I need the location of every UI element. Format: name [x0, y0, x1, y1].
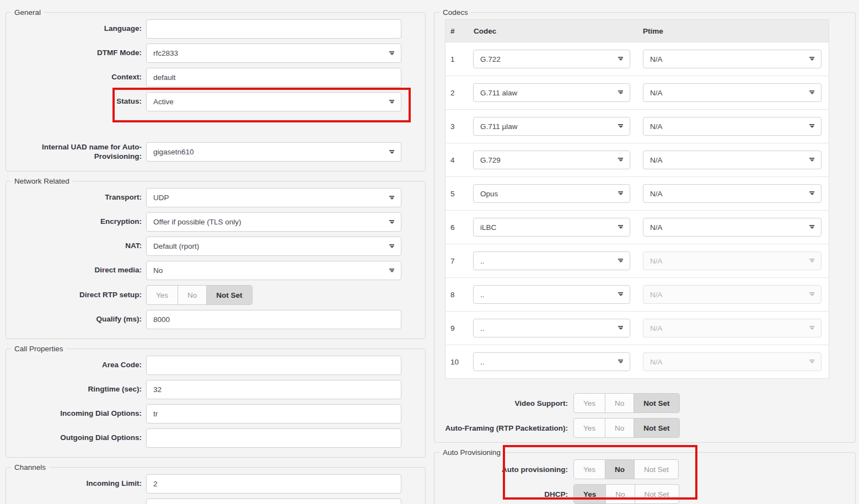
- left-column: General Language: DTMF Mode: rfc2833 Con…: [6, 12, 426, 504]
- incoming-limit-input[interactable]: [146, 474, 401, 494]
- codec-value: ..: [480, 324, 485, 333]
- auto-provisioning-option-no[interactable]: No: [605, 460, 634, 479]
- ptime-select[interactable]: N/A: [643, 83, 822, 102]
- ptime-select[interactable]: N/A: [643, 218, 822, 237]
- qualify-input[interactable]: [146, 310, 401, 329]
- form-row-incoming-dial: Incoming Dial Options:: [17, 404, 415, 423]
- header-codec: Codec: [470, 27, 642, 35]
- auto-provisioning-option-yes[interactable]: Yes: [574, 460, 605, 479]
- outgoing-dial-options-label: Outgoing Dial Options:: [17, 433, 146, 443]
- codec-select[interactable]: G.729: [473, 151, 630, 169]
- encryption-select[interactable]: Offer if possible (TLS only): [146, 212, 401, 232]
- call-properties-group: Call Properties Area Code: Ringtime (sec…: [6, 348, 426, 458]
- uad-name-select[interactable]: gigasetn610: [146, 142, 401, 162]
- auto-framing-option-notset[interactable]: Not Set: [633, 419, 679, 437]
- chevron-down-icon: [389, 196, 394, 200]
- chevron-down-icon: [809, 57, 814, 61]
- codec-select[interactable]: ..: [473, 251, 630, 270]
- transport-select[interactable]: UDP: [146, 188, 401, 207]
- status-value: Active: [153, 98, 174, 106]
- ptime-select[interactable]: N/A: [643, 184, 822, 203]
- chevron-down-icon: [389, 100, 394, 104]
- chevron-down-icon: [809, 360, 814, 364]
- form-row-dhcp: DHCP: Yes No Not Set: [445, 484, 845, 504]
- dhcp-option-yes[interactable]: Yes: [574, 485, 605, 503]
- outgoing-limit-input[interactable]: [146, 498, 401, 504]
- auto-framing-option-no[interactable]: No: [605, 419, 633, 437]
- ptime-value: N/A: [650, 358, 663, 366]
- language-input[interactable]: [146, 19, 401, 39]
- codec-select[interactable]: G.711 alaw: [473, 83, 630, 102]
- codec-table-row: 1G.722N/A: [445, 42, 829, 76]
- ptime-value: N/A: [650, 156, 663, 164]
- form-row-ringtime: Ringtime (sec):: [17, 380, 415, 399]
- chevron-down-icon: [618, 225, 623, 229]
- codec-value: Opus: [480, 190, 498, 198]
- codec-table-row: 8..N/A: [445, 277, 829, 311]
- dhcp-option-no[interactable]: No: [605, 485, 634, 503]
- dhcp-toggle: Yes No Not Set: [573, 484, 679, 504]
- video-support-option-notset[interactable]: Not Set: [633, 394, 679, 412]
- video-support-option-yes[interactable]: Yes: [574, 394, 605, 412]
- codec-select[interactable]: iLBC: [473, 218, 630, 237]
- encryption-value: Offer if possible (TLS only): [153, 218, 241, 226]
- codec-select[interactable]: ..: [473, 319, 630, 337]
- direct-rtp-option-yes[interactable]: Yes: [147, 286, 178, 304]
- incoming-dial-options-input[interactable]: [146, 404, 401, 423]
- nat-value: Default (rport): [153, 242, 199, 250]
- chevron-down-icon: [809, 225, 814, 229]
- outgoing-dial-options-input[interactable]: [146, 428, 401, 448]
- codec-select[interactable]: G.722: [473, 50, 630, 68]
- ptime-select[interactable]: N/A: [643, 50, 822, 68]
- direct-rtp-label: Direct RTP setup:: [17, 291, 146, 300]
- form-row-nat: NAT: Default (rport): [17, 237, 415, 256]
- codec-select[interactable]: ..: [473, 285, 630, 304]
- codec-row-number: 4: [445, 156, 470, 164]
- form-row-area-code: Area Code:: [17, 356, 415, 375]
- chevron-down-icon: [618, 158, 623, 162]
- ptime-value: N/A: [650, 89, 663, 97]
- auto-framing-option-yes[interactable]: Yes: [574, 419, 605, 437]
- direct-rtp-option-notset[interactable]: Not Set: [206, 286, 251, 304]
- chevron-down-icon: [618, 360, 623, 364]
- codec-select[interactable]: ..: [473, 352, 630, 371]
- form-row-direct-rtp: Direct RTP setup: Yes No Not Set: [17, 285, 415, 305]
- ptime-select[interactable]: N/A: [643, 151, 822, 169]
- codec-table-row: 7..N/A: [445, 244, 829, 277]
- ringtime-input[interactable]: [146, 380, 401, 399]
- form-row-video-support: Video Support: Yes No Not Set: [445, 393, 845, 413]
- codec-select[interactable]: Opus: [473, 184, 630, 203]
- auto-framing-toggle: Yes No Not Set: [573, 418, 680, 438]
- group-title-auto-provisioning: Auto Provisioning: [439, 448, 504, 457]
- auto-provisioning-label: Auto provisioning:: [445, 465, 571, 474]
- dhcp-option-notset[interactable]: Not Set: [635, 485, 679, 503]
- form-row-language: Language:: [17, 19, 415, 39]
- ptime-value: N/A: [650, 190, 663, 198]
- direct-rtp-option-no[interactable]: No: [178, 286, 206, 304]
- ptime-value: N/A: [650, 223, 663, 232]
- chevron-down-icon: [809, 191, 814, 196]
- codec-value: G.711 µlaw: [480, 122, 518, 131]
- dtmf-mode-select[interactable]: rfc2833: [146, 44, 401, 63]
- codecs-table: # Codec Ptime 1G.722N/A2G.711 alawN/A3G.…: [445, 19, 829, 379]
- codec-select[interactable]: G.711 µlaw: [473, 117, 630, 136]
- status-select[interactable]: Active: [146, 92, 401, 111]
- incoming-dial-options-label: Incoming Dial Options:: [17, 409, 146, 419]
- auto-provisioning-option-notset[interactable]: Not Set: [634, 460, 678, 479]
- area-code-input[interactable]: [146, 356, 401, 375]
- chevron-down-icon: [809, 326, 814, 330]
- ptime-select[interactable]: N/A: [643, 117, 822, 136]
- context-input[interactable]: [146, 68, 401, 87]
- direct-media-value: No: [153, 266, 163, 275]
- codec-row-number: 3: [445, 122, 470, 131]
- video-support-option-no[interactable]: No: [605, 394, 633, 412]
- dhcp-label: DHCP:: [445, 490, 571, 498]
- form-row-uad-name: Internal UAD name for Auto- Provisioning…: [17, 142, 415, 162]
- form-row-context: Context:: [17, 68, 415, 87]
- general-group: General Language: DTMF Mode: rfc2833 Con…: [6, 12, 426, 171]
- qualify-label: Qualify (ms):: [17, 315, 146, 324]
- header-num: #: [445, 27, 470, 35]
- direct-media-select[interactable]: No: [146, 261, 401, 280]
- nat-select[interactable]: Default (rport): [146, 237, 401, 256]
- chevron-down-icon: [618, 124, 623, 128]
